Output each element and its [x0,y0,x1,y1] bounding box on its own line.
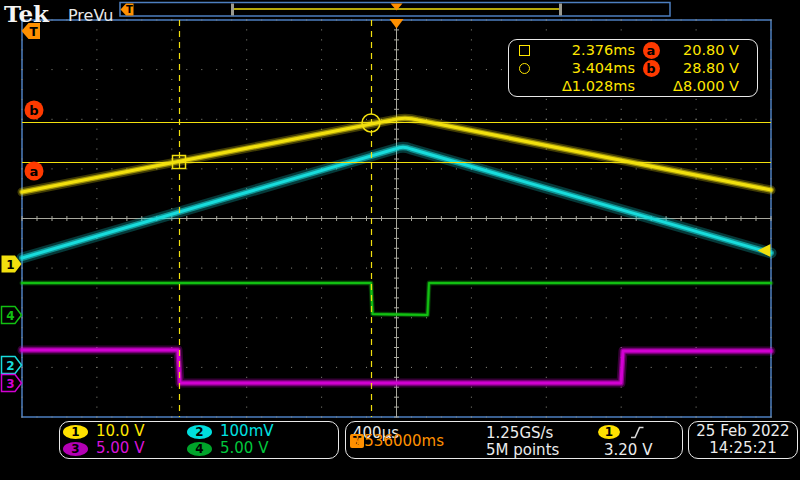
channel-3-scale: 5.00 V [96,441,144,456]
cursor-delta-row: Δ1.028ms Δ8.000 V [509,77,757,95]
cursor-b-level-letter: b [29,103,38,118]
time-label: 14:25:21 [709,440,776,457]
channel-1-scale: 10.0 V [96,424,144,439]
channel-2-setting[interactable]: 2 100mV [187,423,338,440]
trigger-slope-rising-icon [630,425,645,440]
cursor-delta-time: Δ1.028ms [539,77,635,95]
channel-4-marker-label: 4 [6,309,14,323]
cursor-delta-value: Δ8.000 V [667,77,739,95]
channel-2-badge[interactable]: 2 [187,425,212,439]
channel-1-setting[interactable]: 1 10.0 V [63,423,187,440]
cursor-a-value: 20.80 V [667,41,739,59]
channel-3-setting[interactable]: 3 5.00 V [63,440,187,457]
cursor-b-value: 28.80 V [667,59,739,77]
channel-3-badge[interactable]: 3 [63,442,88,456]
cursor-b-badge: b [643,60,660,77]
channel-3-marker-label: 3 [6,377,14,391]
trigger-level-label: 3.20 V [604,441,652,459]
cursor1-time: 2.376ms [539,41,635,59]
delay-time-value: 3.536000ms [350,432,444,450]
tek-logo: Tek [4,0,49,27]
cursor-readout-box: 2.376ms a 20.80 V 3.404ms b 28.80 V Δ1.0… [508,39,758,97]
cursor2-row: 3.404ms b 28.80 V [509,59,757,77]
channel-2-marker-label: 2 [6,359,14,373]
sample-rate-label: 1.25GS/s [486,424,553,442]
channel-4-setting[interactable]: 4 5.00 V [187,440,338,457]
trigger-source-badge[interactable]: 1 [598,425,620,439]
channel-1-badge[interactable]: 1 [63,425,88,439]
channel-1-marker-label: 1 [6,258,14,272]
horizontal-trigger-box: 400µs 1.25GS/s 1 T→▼3.536000ms 5M points… [345,421,683,459]
cursor2-time: 3.404ms [539,59,635,77]
acquisition-mode-label: PreVu [68,6,113,25]
cursor-a-badge: a [643,42,660,59]
date-label: 25 Feb 2022 [696,423,789,440]
cursor1-square-icon [519,45,530,56]
preview-right-bracket[interactable] [559,4,562,16]
channel-4-scale: 5.00 V [220,441,268,456]
preview-left-bracket[interactable] [231,4,234,16]
cursor2-circle-icon [519,63,530,74]
oscilloscope-screen: TT1423ba Tek PreVu 2.376ms a 20.80 V 3.4… [0,0,800,480]
preview-trigger-flag-letter: T [126,4,133,15]
channel-2-scale: 100mV [220,424,274,439]
channel-4-badge[interactable]: 4 [187,442,212,456]
record-length-label: 5M points [486,441,559,459]
cursor-a-level-letter: a [30,164,39,179]
cursor1-row: 2.376ms a 20.80 V [509,41,757,59]
channel-settings-box: 1 10.0 V 2 100mV 3 5.00 V 4 5.00 V [59,421,339,459]
datetime-box: 25 Feb 2022 14:25:21 [688,421,798,459]
trigger-position-marker-icon[interactable] [390,19,404,29]
